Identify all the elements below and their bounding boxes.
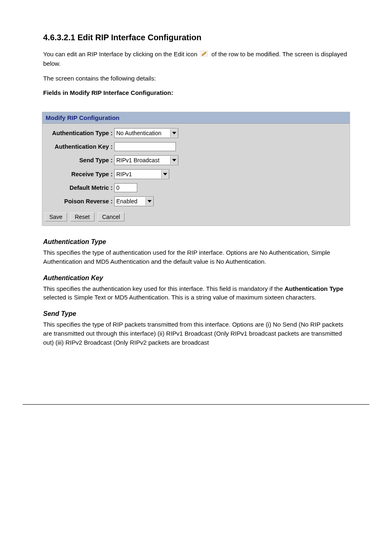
fields-heading: Fields in Modify RIP Interface Configura… [43,88,349,97]
reset-button[interactable]: Reset [70,212,95,221]
dropdown-icon [145,197,153,205]
doc-send-type-body: This specifies the type of RIP packets t… [43,320,349,347]
doc-auth-key: Authentication Key This specifies the au… [43,274,349,302]
auth-type-value: No Authentication [116,130,163,136]
row-auth-type: Authentication Type : No Authentication [42,126,350,140]
doc-auth-key-body: This specifies the authentication key us… [43,284,349,302]
doc-auth-key-suffix: selected is Simple Text or MD5 Authentic… [43,294,316,301]
dropdown-icon [161,170,169,178]
modify-rip-config-panel: Modify RIP Configuration Authentication … [42,112,350,226]
row-receive-type: Receive Type : RIPv1 [42,167,350,181]
row-default-metric: Default Metric : [42,181,350,194]
doc-auth-key-title: Authentication Key [43,274,349,282]
svg-marker-7 [148,200,152,203]
svg-marker-4 [172,132,176,134]
doc-send-type-title: Send Type [43,310,349,318]
send-type-value: RIPv1 Broadcast [116,157,161,164]
doc-auth-key-prefix: This specifies the authentication key us… [43,285,285,292]
doc-auth-key-bold: Authentication Type [285,285,344,292]
receive-type-select[interactable]: RIPv1 [114,169,169,179]
row-send-type: Send Type : RIPv1 Broadcast [42,153,350,167]
pencil-icon [201,50,208,59]
poison-reverse-value: Enabled [116,198,139,205]
field-desc-intro: The screen contains the following detail… [43,74,349,83]
intro-prefix: You can edit an RIP Interface by clickin… [43,51,199,58]
default-metric-input[interactable] [114,183,137,192]
svg-marker-6 [163,173,167,175]
doc-send-type: Send Type This specifies the type of RIP… [43,310,349,347]
dropdown-icon [170,156,178,164]
page-rule [23,404,369,405]
button-row: Save Reset Cancel [42,209,350,226]
doc-auth-type-body: This specifies the type of authenticatio… [43,248,349,266]
svg-marker-5 [172,159,176,161]
receive-type-value: RIPv1 [116,171,134,177]
label-auth-type: Authentication Type : [46,130,114,136]
doc-auth-type-title: Authentication Type [43,238,349,246]
poison-reverse-select[interactable]: Enabled [114,196,154,206]
auth-key-input[interactable] [114,142,176,151]
section-title: 4.6.3.2.1 Edit RIP Interface Configurati… [43,33,349,42]
row-poison-reverse: Poison Reverse : Enabled [42,194,350,208]
label-send-type: Send Type : [46,157,114,164]
save-button[interactable]: Save [45,212,67,221]
row-auth-key: Authentication Key : [42,140,350,153]
send-type-select[interactable]: RIPv1 Broadcast [114,155,178,165]
panel-title: Modify RIP Configuration [42,112,350,124]
label-receive-type: Receive Type : [46,171,114,177]
label-auth-key: Authentication Key : [46,143,114,150]
dropdown-icon [170,129,178,137]
cancel-button[interactable]: Cancel [98,212,125,221]
intro-paragraph: You can edit an RIP Interface by clickin… [43,50,349,68]
auth-type-select[interactable]: No Authentication [114,128,178,138]
doc-auth-type: Authentication Type This specifies the t… [43,238,349,266]
label-poison-reverse: Poison Reverse : [46,198,114,205]
label-default-metric: Default Metric : [46,184,114,191]
